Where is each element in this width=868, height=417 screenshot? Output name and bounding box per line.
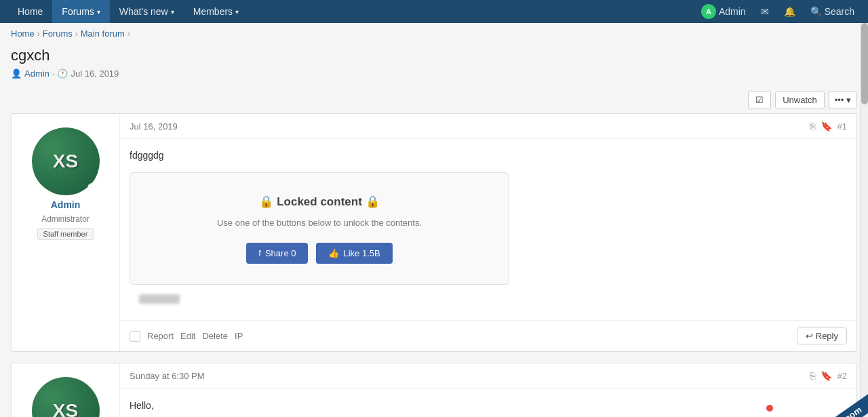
page-title-area: cgxch 👤 Admin · 🕐 Jul 16, 2019 — [0, 44, 868, 87]
nav-admin-label: Admin — [719, 6, 746, 17]
nav-avatar: A — [701, 4, 716, 19]
post-2-body: Hello, Test.. : — [120, 389, 856, 417]
nav-whats-new-label: What's new — [119, 6, 168, 17]
online-badge — [87, 183, 97, 193]
scrollbar-thumb[interactable] — [861, 23, 868, 104]
post-1-avatar: XS — [32, 127, 100, 195]
navbar: Home Forums ▾ What's new ▾ Members ▾ A A… — [0, 0, 868, 23]
breadcrumb-sep-3: › — [127, 29, 130, 39]
nav-right: A Admin ✉ 🔔 🔍 Search — [696, 0, 860, 23]
report-link[interactable]: Report — [147, 331, 174, 341]
post-2: XS Admin Administrator Sunday at 6:30 PM… — [11, 363, 857, 417]
red-dot — [766, 405, 773, 412]
post-2-header-right: ⎘ 🔖 #2 — [810, 370, 847, 381]
post-1-staff-badge: Staff member — [37, 228, 94, 240]
nav-search[interactable]: 🔍 Search — [805, 0, 860, 23]
post-1-number: #1 — [837, 121, 847, 132]
reply-button[interactable]: ↩ Reply — [797, 327, 847, 344]
post-1-role: Administrator — [41, 214, 90, 224]
post-2-bookmark-icon[interactable]: 🔖 — [821, 370, 832, 381]
clock-icon: 🕐 — [57, 68, 68, 79]
post-2-share-icon[interactable]: ⎘ — [810, 370, 815, 381]
breadcrumb-home[interactable]: Home — [11, 28, 35, 39]
post-1-text: fdgggdg — [130, 148, 847, 163]
nav-forums[interactable]: Forums ▾ — [52, 0, 109, 23]
avatar-image-2: XS — [32, 377, 100, 417]
post-1-username[interactable]: Admin — [51, 199, 81, 210]
nav-whats-new[interactable]: What's new ▾ — [110, 0, 184, 23]
post-1-body: fdgggdg 🔒 Locked content 🔒 Use one of th… — [120, 139, 856, 320]
members-caret-icon: ▾ — [235, 8, 239, 16]
more-icon: ••• ▾ — [835, 95, 851, 105]
toolbar: ☑ Unwatch ••• ▾ — [0, 87, 868, 113]
post-2-number: #2 — [837, 371, 847, 381]
nav-items: Home Forums ▾ What's new ▾ Members ▾ — [8, 0, 696, 23]
nav-alerts[interactable]: 🔔 — [778, 0, 801, 23]
nav-forums-label: Forums — [62, 6, 94, 17]
blurred-content — [139, 294, 180, 304]
nav-members[interactable]: Members ▾ — [184, 0, 248, 23]
meta-separator: · — [52, 68, 55, 79]
nav-home-label: Home — [18, 6, 43, 17]
post-2-content: Sunday at 6:30 PM ⎘ 🔖 #2 Hello, Test.. : — [120, 363, 856, 417]
thread-author-link[interactable]: Admin — [24, 68, 50, 79]
search-icon: 🔍 — [810, 6, 822, 17]
avatar-initials-2: XS — [53, 400, 78, 417]
thumbs-up-icon: 👍 — [328, 248, 339, 258]
post-1-sidebar: XS Admin Administrator Staff member — [12, 114, 120, 351]
post-2-date: Sunday at 6:30 PM — [130, 371, 205, 381]
unwatch-button[interactable]: Unwatch — [775, 91, 825, 109]
fb-share-button[interactable]: f Share 0 — [246, 243, 308, 264]
page-meta: 👤 Admin · 🕐 Jul 16, 2019 — [11, 68, 857, 79]
nav-admin[interactable]: A Admin — [696, 0, 751, 23]
breadcrumb-sep-2: › — [75, 29, 78, 39]
bell-icon: 🔔 — [784, 6, 795, 17]
fb-icon: f — [258, 248, 261, 258]
thread-date: Jul 16, 2019 — [71, 68, 119, 79]
breadcrumb-forums[interactable]: Forums — [43, 28, 73, 39]
post-1-footer: Report Edit Delete IP ↩ Reply — [120, 320, 856, 351]
locked-actions: f Share 0 👍 Like 1.5B — [144, 243, 495, 264]
whats-new-caret-icon: ▾ — [171, 8, 174, 16]
nav-home[interactable]: Home — [8, 0, 52, 23]
locked-desc: Use one of the buttons below to unlock t… — [144, 216, 495, 230]
post-2-line1: Hello, — [130, 398, 847, 413]
scrollbar[interactable] — [860, 23, 868, 417]
share-icon[interactable]: ⎘ — [810, 121, 815, 132]
mail-icon: ✉ — [761, 6, 769, 17]
post-1-header-right: ⎘ 🔖 #1 — [810, 121, 847, 132]
post-2-sidebar: XS Admin Administrator — [12, 363, 120, 417]
fb-share-label: Share 0 — [265, 248, 296, 258]
nav-members-label: Members — [193, 6, 233, 17]
post-1-date: Jul 16, 2019 — [130, 121, 178, 132]
avatar-image: XS — [32, 127, 100, 195]
mark-read-button[interactable]: ☑ — [748, 91, 771, 109]
ip-link[interactable]: IP — [235, 331, 243, 341]
reply-label: Reply — [816, 331, 838, 341]
delete-link[interactable]: Delete — [202, 331, 228, 341]
avatar-initials: XS — [53, 151, 78, 172]
nav-search-label: Search — [825, 6, 854, 17]
post-1-footer-left: Report Edit Delete IP — [130, 331, 243, 342]
post-1: XS Admin Administrator Staff member Jul … — [11, 113, 857, 352]
locked-content-box: 🔒 Locked content 🔒 Use one of the button… — [130, 172, 509, 285]
fb-like-button[interactable]: 👍 Like 1.5B — [316, 243, 392, 264]
page-title: cgxch — [11, 47, 857, 64]
check-icon: ☑ — [755, 95, 764, 105]
post-1-header: Jul 16, 2019 ⎘ 🔖 #1 — [120, 114, 856, 139]
post-1-checkbox[interactable] — [130, 331, 140, 342]
bookmark-icon[interactable]: 🔖 — [821, 121, 832, 132]
fb-like-label: Like 1.5B — [343, 248, 380, 258]
post-2-line2: Test.. : — [130, 413, 847, 417]
locked-title: 🔒 Locked content 🔒 — [144, 193, 495, 211]
more-options-button[interactable]: ••• ▾ — [829, 91, 857, 109]
breadcrumb-main-forum[interactable]: Main forum — [81, 28, 125, 39]
breadcrumb-sep-1: › — [37, 29, 40, 39]
post-2-header: Sunday at 6:30 PM ⎘ 🔖 #2 — [120, 363, 856, 389]
forums-caret-icon: ▾ — [97, 8, 100, 16]
breadcrumb: Home › Forums › Main forum › — [0, 23, 868, 44]
nav-messages[interactable]: ✉ — [755, 0, 774, 23]
reply-icon: ↩ — [806, 331, 813, 341]
edit-link[interactable]: Edit — [180, 331, 195, 341]
post-1-content: Jul 16, 2019 ⎘ 🔖 #1 fdgggdg 🔒 Locked con… — [120, 114, 856, 351]
